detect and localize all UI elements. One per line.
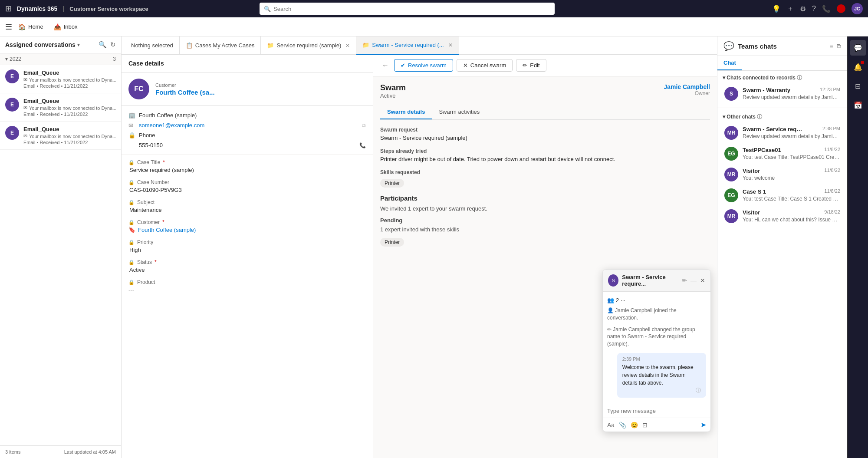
search-bar[interactable]: 🔍 <box>260 3 555 15</box>
tab-nothing-selected[interactable]: Nothing selected <box>125 36 180 55</box>
connected-chat-item[interactable]: S Swarm - Warranty 12:23 PM Review updat… <box>723 83 842 104</box>
tab-service-required[interactable]: 📁 Service required (sample) ✕ <box>261 36 356 55</box>
more-options-icon[interactable]: ··· <box>621 297 625 303</box>
chevron-down-icon[interactable]: ▾ <box>77 42 80 48</box>
teams-sidebar-icon[interactable]: 💬 <box>850 40 866 56</box>
format-icon[interactable]: Aa <box>607 422 615 428</box>
chat-tab-chat[interactable]: Chat <box>717 56 742 70</box>
teams-panel-icons: ≡ ⧉ <box>830 43 841 50</box>
info-icon[interactable]: ⓘ <box>797 75 802 81</box>
user-avatar[interactable]: JC <box>852 3 863 14</box>
gif-icon[interactable]: ⊡ <box>642 422 648 428</box>
teams-popup-input[interactable] <box>603 404 710 418</box>
collapse-icon[interactable]: ▾ <box>723 75 725 81</box>
phone-icon[interactable]: 📞 <box>822 5 831 13</box>
sidebar-item[interactable]: E Email_Queue ✉ Your mailbox is now conn… <box>0 93 121 122</box>
pending-skill-badge: Printer <box>380 238 404 247</box>
notification-icon[interactable]: 🔔 <box>850 59 866 75</box>
sidebar-item-subtitle: ✉ Your mailbox is now connected to Dyna.… <box>23 133 116 139</box>
teams-popup-body: 👥 2 ··· 👤 Jamie Campbell joined the conv… <box>603 292 710 404</box>
email-value[interactable]: someone1@example.com <box>139 122 204 129</box>
teams-chat-popup: S Swarm - Service require... ✏ — ✕ 👥 2 ·… <box>602 269 711 432</box>
case-panel-header: Case details <box>122 55 373 72</box>
other-chat-item-4[interactable]: MR Visitor 9/18/22 You: Hi, can we chat … <box>723 206 842 227</box>
other-chat-item-3[interactable]: EG Case S 1 11/8/22 You: test Case Title… <box>723 185 842 206</box>
tab-close-button[interactable]: ✕ <box>345 43 350 49</box>
sidebar-items-count: 3 items <box>5 449 20 455</box>
teams-panel-header: 💬 Teams chats ≡ ⧉ <box>717 36 847 56</box>
popup-edit-icon[interactable]: ✏ <box>682 277 687 284</box>
popup-minimize-icon[interactable]: — <box>690 277 697 284</box>
sidebar-refresh-icon[interactable]: ↻ <box>110 41 116 49</box>
swarm-tab-details[interactable]: Swarm details <box>380 105 432 119</box>
search-input[interactable] <box>273 6 550 12</box>
case-number-field: 🔒 Case Number CAS-01090-P5V9G3 <box>128 179 366 193</box>
plus-icon[interactable]: ＋ <box>787 4 794 13</box>
field-value-case-title: Service required (sample) <box>128 167 366 173</box>
help-icon[interactable]: ? <box>812 5 816 13</box>
edit-icon: ✏ <box>607 326 613 333</box>
calendar-icon[interactable]: 📅 <box>850 97 866 113</box>
status-field: 🔒 Status * Active <box>128 259 366 273</box>
swarm-tab-activities[interactable]: Swarm activities <box>432 105 487 119</box>
sidebar-item-content: Email_Queue ✉ Your mailbox is now connec… <box>23 98 116 117</box>
sidebar-item-subtitle: ✉ Your mailbox is now connected to Dyna.… <box>23 77 116 82</box>
sidebar-search-icon[interactable]: 🔍 <box>99 41 107 49</box>
menu-icon[interactable]: ☰ <box>5 22 12 32</box>
sidebar-item[interactable]: E Email_Queue ✉ Your mailbox is now conn… <box>0 122 121 150</box>
detail-row-company: 🏢 Fourth Coffee (sample) <box>128 110 366 120</box>
tab-my-active-cases[interactable]: 📋 Cases My Active Cases <box>180 36 261 55</box>
tab-swarm-service-required[interactable]: 📁 Swarm - Service required (... ✕ <box>356 36 459 55</box>
top-navigation: ⊞ Dynamics 365 | Customer Service worksp… <box>0 0 868 17</box>
settings-icon[interactable]: ⚙ <box>800 5 806 13</box>
emoji-icon[interactable]: 😊 <box>631 422 638 428</box>
sidebar-item-meta: Email • Received • 11/21/2022 <box>23 140 116 145</box>
notification-badge[interactable] <box>837 4 845 13</box>
chat-item-row: Visitor 11/8/22 <box>743 168 840 174</box>
phone-copy-icon[interactable]: 📞 <box>359 142 366 148</box>
swarm-title: Swarm <box>380 83 406 92</box>
send-button[interactable]: ➤ <box>700 421 706 429</box>
copy-icon[interactable]: ⧉ <box>362 122 366 129</box>
sidebar-item[interactable]: E Email_Queue ✉ Your mailbox is now conn… <box>0 65 121 93</box>
chat-item-time: 12:23 PM <box>820 87 840 92</box>
back-button[interactable]: ← <box>380 60 391 71</box>
chevron-down-icon[interactable]: ▾ <box>5 56 8 62</box>
lightbulb-icon[interactable]: 💡 <box>772 5 781 13</box>
customer-name[interactable]: Fourth Coffee (sa... <box>155 89 366 96</box>
other-chat-item-0[interactable]: MR Swarm - Service required (s... 2:38 P… <box>723 122 842 143</box>
home-icon: 🏠 <box>18 23 26 30</box>
lock-icon: 🔒 <box>128 220 135 225</box>
info-icon[interactable]: ⓘ <box>757 114 762 120</box>
expand-icon[interactable]: ⧉ <box>837 43 841 50</box>
edit-button[interactable]: ✏ Edit <box>516 59 546 72</box>
tabs-bar: Nothing selected 📋 Cases My Active Cases… <box>122 36 717 55</box>
swarm-title-block: Swarm Active <box>380 83 406 102</box>
field-value-customer[interactable]: 🔖 Fourth Coffee (sample) <box>128 227 366 233</box>
lock-icon: 🔒 <box>128 180 135 185</box>
productivity-icon[interactable]: ⊟ <box>850 78 866 94</box>
tab-label: Cases My Active Cases <box>195 42 255 49</box>
field-label-product: 🔒 Product <box>128 279 366 285</box>
sidebar-item-title: Email_Queue <box>23 126 116 132</box>
product-field: 🔒 Product --- <box>128 279 366 293</box>
collapse-icon[interactable]: ▾ <box>723 114 725 120</box>
attach-icon[interactable]: 📎 <box>619 422 626 428</box>
other-section-label: ▾ Other chats ⓘ <box>723 113 762 121</box>
other-chat-item-2[interactable]: MR Visitor 11/8/22 You: welcome <box>723 164 842 185</box>
grid-icon[interactable]: ⊞ <box>5 4 12 13</box>
inbox-button[interactable]: 📥 Inbox <box>49 21 82 33</box>
filter-icon[interactable]: ≡ <box>830 43 833 50</box>
participants-title: Participants <box>380 194 710 202</box>
cancel-swarm-button[interactable]: ✕ Cancel swarm <box>457 59 513 72</box>
chat-item-time: 2:38 PM <box>822 126 840 131</box>
message-input[interactable] <box>607 408 706 414</box>
sidebar-item-subtitle: ✉ Your mailbox is now connected to Dyna.… <box>23 105 116 111</box>
home-button[interactable]: 🏠 Home <box>14 21 48 33</box>
field-value-priority: High <box>128 247 366 253</box>
other-chat-item-1[interactable]: EG TestPPCase01 11/8/22 You: test Case T… <box>723 143 842 164</box>
resolve-swarm-button[interactable]: ✔ Resolve swarm <box>394 59 453 72</box>
popup-close-icon[interactable]: ✕ <box>700 277 705 284</box>
tab-close-button[interactable]: ✕ <box>448 42 453 48</box>
swarm-request-label: Swarm request <box>380 127 710 133</box>
